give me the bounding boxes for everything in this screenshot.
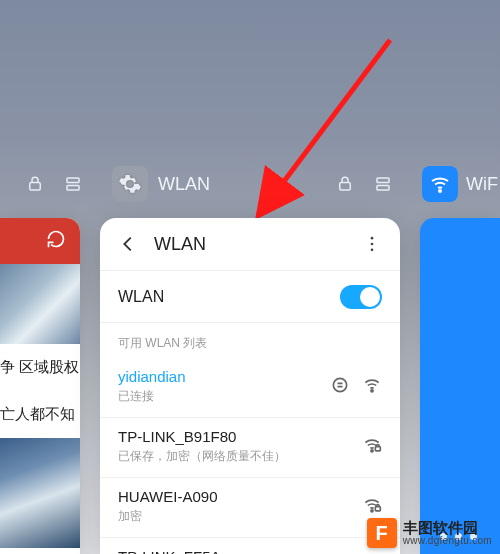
- svg-point-10: [371, 249, 374, 252]
- recents-card-wlan[interactable]: WLAN WLAN 可用 WLAN 列表 yidiandian已连接TP-LIN…: [100, 218, 400, 554]
- svg-point-8: [371, 237, 374, 240]
- left-card-toolbar: [0, 218, 80, 264]
- svg-point-15: [371, 509, 373, 511]
- more-icon[interactable]: [358, 234, 386, 254]
- network-status: 加密: [118, 508, 362, 525]
- network-name: TP-LINK_FF5A: [118, 548, 362, 554]
- svg-point-12: [371, 389, 373, 391]
- watermark-title: 丰图软件园: [403, 520, 492, 536]
- svg-rect-14: [375, 446, 380, 450]
- svg-rect-16: [375, 506, 380, 510]
- lock-icon[interactable]: [334, 173, 356, 195]
- watermark-badge: F: [367, 518, 397, 548]
- svg-rect-2: [67, 178, 79, 183]
- wifi-signal-icon: [362, 435, 382, 459]
- network-name: TP-LINK_B91F80: [118, 428, 362, 445]
- stack-icon[interactable]: [372, 173, 394, 195]
- watermark-url: www.dgfengtu.com: [403, 536, 492, 547]
- network-status: 已连接: [118, 388, 330, 405]
- news-thumbnail: [0, 438, 80, 548]
- news-headline: 亡人都不知: [0, 391, 80, 438]
- wifi-app-icon[interactable]: [422, 166, 458, 202]
- screen-title: WLAN: [154, 234, 358, 255]
- svg-point-13: [371, 449, 373, 451]
- back-icon[interactable]: [114, 233, 142, 255]
- wlan-network-row[interactable]: yidiandian已连接: [100, 358, 400, 418]
- watermark: F 丰图软件园 www.dgfengtu.com: [367, 518, 492, 548]
- wlan-titlebar: WLAN: [100, 218, 400, 270]
- stack-icon[interactable]: [62, 173, 84, 195]
- network-info-icon[interactable]: [330, 375, 350, 399]
- wifi-signal-icon: [362, 495, 382, 519]
- recents-card-right[interactable]: [420, 218, 500, 554]
- wlan-network-row[interactable]: HUAWEI-A090加密: [100, 478, 400, 538]
- settings-app-icon[interactable]: [112, 166, 148, 202]
- network-name: HUAWEI-A090: [118, 488, 362, 505]
- recents-app-title-right: WiF: [466, 174, 498, 195]
- svg-rect-5: [377, 178, 389, 183]
- svg-rect-3: [67, 186, 79, 191]
- network-status: 已保存，加密（网络质量不佳）: [118, 448, 362, 465]
- recents-card-left[interactable]: 争 区域股权 亡人都不知: [0, 218, 80, 554]
- svg-rect-4: [340, 183, 351, 191]
- wlan-network-row[interactable]: TP-LINK_FF5A加密: [100, 538, 400, 554]
- network-name: yidiandian: [118, 368, 330, 385]
- wlan-section-label: 可用 WLAN 列表: [100, 322, 400, 358]
- recents-header-row: WLAN WiF: [0, 162, 500, 206]
- svg-point-9: [371, 243, 374, 246]
- recents-app-title-center: WLAN: [158, 174, 210, 195]
- svg-rect-6: [377, 186, 389, 191]
- svg-point-7: [439, 190, 441, 192]
- wlan-toggle-label: WLAN: [118, 288, 340, 306]
- lock-icon[interactable]: [24, 173, 46, 195]
- wlan-network-row[interactable]: TP-LINK_B91F80已保存，加密（网络质量不佳）: [100, 418, 400, 478]
- wlan-toggle-row: WLAN: [100, 270, 400, 322]
- news-thumbnail: [0, 264, 80, 344]
- refresh-icon[interactable]: [46, 229, 66, 253]
- news-headline: 争 区域股权: [0, 344, 80, 391]
- wlan-network-list: yidiandian已连接TP-LINK_B91F80已保存，加密（网络质量不佳…: [100, 358, 400, 554]
- svg-rect-1: [30, 183, 41, 191]
- svg-point-11: [333, 378, 346, 391]
- wifi-signal-icon: [362, 375, 382, 399]
- wlan-toggle[interactable]: [340, 285, 382, 309]
- instruction-arrow: [230, 30, 430, 250]
